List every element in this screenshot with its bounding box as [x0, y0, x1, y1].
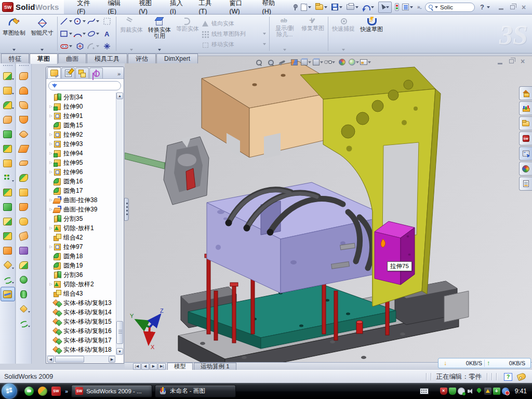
circle-tool[interactable] — [73, 15, 87, 28]
quick-launch-overflow-icon[interactable]: » — [65, 388, 68, 394]
curve-through-points-tool[interactable] — [17, 316, 31, 330]
tree-item[interactable]: ▷拉伸95 — [47, 158, 115, 167]
design-library-tab[interactable] — [519, 101, 532, 115]
radiate-surface-tool[interactable] — [17, 258, 31, 272]
motion-study-tab[interactable]: 运动算例 1 — [194, 363, 236, 370]
tree-item[interactable]: 组合43 — [47, 289, 115, 298]
restore-button[interactable] — [507, 3, 517, 12]
tree-item[interactable]: ▷曲面-拉伸39 — [47, 205, 115, 214]
text-tool[interactable]: A — [100, 28, 114, 40]
menu-file[interactable]: 文件(F) — [71, 0, 102, 14]
select-tool-button[interactable] — [378, 2, 392, 13]
save-button[interactable] — [330, 2, 344, 13]
minimize-button[interactable] — [496, 3, 506, 12]
polygon-tool[interactable] — [73, 40, 87, 52]
revolve-tool[interactable] — [17, 69, 31, 83]
offset-entities-button[interactable]: 等距实体 — [174, 15, 202, 53]
shell-tool[interactable] — [1, 214, 15, 229]
rebuild-button[interactable] — [394, 2, 400, 13]
lofted-boss-tool[interactable] — [1, 127, 15, 141]
tree-item[interactable]: ▷拉伸92 — [47, 130, 115, 139]
propertymanager-tab[interactable] — [61, 68, 75, 78]
search-dropdown-icon[interactable] — [435, 6, 438, 8]
tree-item[interactable]: 分割35 — [47, 214, 115, 223]
linear-pattern-button[interactable]: 线性草图阵列 — [202, 29, 268, 39]
menu-view[interactable]: 视图(V) — [133, 0, 164, 14]
menu-edit[interactable]: 编辑(E) — [102, 0, 133, 14]
tree-item[interactable]: 实体-移动/复制16 — [47, 326, 115, 336]
panel-overflow-button[interactable]: » — [115, 71, 123, 78]
fillet-tool[interactable] — [1, 98, 15, 112]
rectangle-tool[interactable] — [60, 28, 73, 40]
scrollbar-thumb[interactable] — [116, 321, 123, 344]
mirror-entities-button[interactable]: 镜向实体 — [202, 18, 268, 29]
first-tab-button[interactable]: |◀ — [133, 363, 141, 370]
scale-tool[interactable] — [17, 229, 31, 243]
antivirus-alert-icon[interactable]: × — [440, 388, 447, 395]
split-tool[interactable] — [1, 229, 15, 243]
scrollbar-thumb[interactable] — [55, 356, 84, 363]
swept-boss-tool[interactable] — [1, 112, 15, 127]
taskbar-window-solidworks[interactable]: SW SolidWorks 2009 - ... — [71, 385, 152, 397]
messenger-icon[interactable] — [24, 387, 34, 396]
volume-icon[interactable] — [467, 388, 474, 395]
solidworks-shortcut-icon[interactable]: SW — [51, 387, 61, 396]
view-palette-tab[interactable] — [519, 147, 532, 161]
tab-dimxpert[interactable]: DimXpert — [156, 54, 198, 63]
sketch-fillet-tool[interactable] — [87, 40, 100, 52]
security-shield-icon[interactable] — [449, 388, 456, 395]
core-tool[interactable] — [17, 185, 31, 200]
model-tab[interactable]: 模型 — [167, 363, 193, 370]
tree-item[interactable]: 分割34 — [47, 92, 115, 102]
sync-icon[interactable] — [475, 388, 483, 395]
boss-surface-tool[interactable] — [17, 112, 31, 127]
tree-item[interactable]: 实体-移动/复制18 — [47, 345, 115, 354]
expand-arrow-icon[interactable]: ▷ — [48, 142, 54, 146]
instant3d-tool[interactable] — [1, 287, 15, 301]
tree-item[interactable]: 组合42 — [47, 233, 115, 242]
display-style-icon[interactable] — [312, 57, 324, 67]
tree-item[interactable]: ▷拉伸90 — [47, 102, 115, 111]
rotate-view-icon[interactable] — [276, 57, 288, 67]
open-button[interactable] — [314, 2, 329, 13]
tab-evaluate[interactable]: 评估 — [128, 54, 156, 63]
apply-scene-icon[interactable] — [348, 57, 360, 67]
start-button[interactable] — [2, 383, 17, 399]
move-entities-button[interactable]: 移动实体 — [202, 39, 268, 49]
network-speed-widget[interactable]: ↓0KB/S ↑0KB/S — [438, 358, 531, 368]
expand-arrow-icon[interactable]: ▷ — [48, 226, 54, 230]
reference-geometry-tool[interactable] — [1, 258, 15, 272]
scroll-right-icon[interactable]: ▶ — [109, 356, 115, 363]
security-suite-icon[interactable] — [38, 387, 47, 396]
curve-tool[interactable] — [1, 272, 15, 287]
taskbar-clock[interactable]: 9:41 — [515, 388, 527, 395]
solidworks-resources-tab[interactable] — [519, 86, 532, 100]
toolbar-grip[interactable] — [3, 65, 12, 68]
tree-item[interactable]: ▷曲面-拉伸38 — [47, 195, 115, 205]
tree-item[interactable]: 圆角16 — [47, 177, 115, 186]
prev-tab-button[interactable]: ◀ — [141, 363, 149, 370]
tree-vertical-scrollbar[interactable]: ▲ ▼ — [116, 92, 123, 355]
sweep-surface-tool[interactable] — [17, 98, 31, 112]
custom-properties-tab[interactable] — [519, 177, 532, 191]
tree-item[interactable]: 圆角17 — [47, 186, 115, 195]
more-tools-button[interactable]: ».. — [416, 2, 422, 13]
expand-arrow-icon[interactable]: ▷ — [48, 245, 54, 249]
line-tool[interactable] — [60, 15, 73, 28]
ellipse-tool[interactable] — [87, 28, 100, 40]
network-warning-icon[interactable] — [484, 388, 491, 395]
hole-wizard-tool[interactable] — [1, 156, 15, 170]
menu-insert[interactable]: 插入(I) — [164, 0, 193, 14]
slot-tool[interactable] — [60, 40, 73, 52]
sketch-draw-button[interactable]: 草图绘制 — [0, 15, 28, 53]
tree-item[interactable]: 圆角19 — [47, 261, 115, 270]
planar-surface-tool[interactable] — [17, 141, 31, 156]
doc-close-button[interactable]: × — [517, 58, 528, 65]
expand-arrow-icon[interactable]: ▷ — [48, 282, 54, 286]
tree-item[interactable]: ▷拉伸94 — [47, 149, 115, 158]
tree-item[interactable]: 实体-移动/复制15 — [47, 317, 115, 326]
tree-filter-input[interactable] — [48, 81, 121, 90]
hide-show-items-icon[interactable] — [324, 57, 336, 67]
tab-surfaces[interactable]: 曲面 — [58, 54, 86, 63]
expand-arrow-icon[interactable]: ▷ — [48, 114, 54, 118]
